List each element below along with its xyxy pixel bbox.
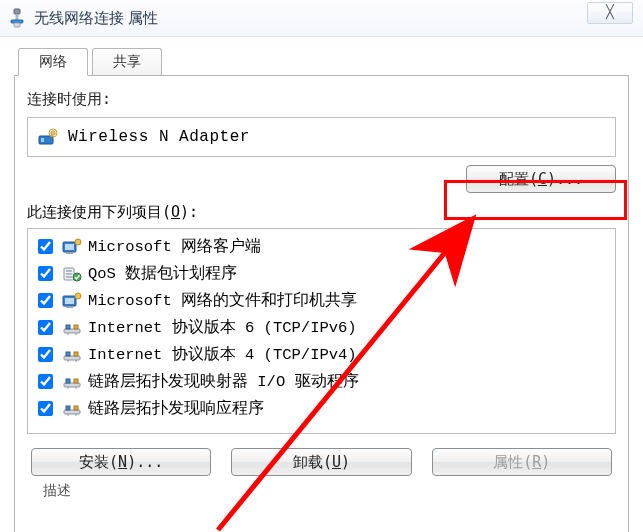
item-label: Internet 协议版本 4 (TCP/IPv4) bbox=[88, 344, 357, 365]
tab-panel: 连接时使用: Wireless N Adapter 配置(C)... 此连接使用… bbox=[14, 75, 629, 532]
adapter-name: Wireless N Adapter bbox=[68, 128, 250, 146]
list-item[interactable]: Microsoft 网络的文件和打印机共享 bbox=[34, 287, 609, 314]
svg-rect-34 bbox=[74, 379, 78, 383]
configure-button-label: 配置(C)... bbox=[499, 170, 583, 188]
proto-icon bbox=[62, 373, 82, 391]
svg-point-21 bbox=[75, 293, 81, 299]
svg-rect-28 bbox=[66, 352, 70, 356]
items-list[interactable]: Microsoft 网络客户端QoS 数据包计划程序Microsoft 网络的文… bbox=[27, 228, 616, 434]
configure-button[interactable]: 配置(C)... bbox=[466, 165, 616, 193]
item-label: Microsoft 网络的文件和打印机共享 bbox=[88, 290, 357, 311]
proto-icon bbox=[62, 319, 82, 337]
adapter-box: Wireless N Adapter bbox=[27, 117, 616, 157]
tabs-row: 网络 共享 bbox=[0, 47, 643, 75]
adapter-icon bbox=[38, 127, 58, 147]
svg-rect-37 bbox=[64, 410, 80, 414]
svg-rect-19 bbox=[65, 298, 74, 304]
item-checkbox[interactable] bbox=[38, 374, 53, 389]
svg-rect-20 bbox=[66, 306, 73, 308]
item-label: 链路层拓扑发现响应程序 bbox=[88, 398, 264, 419]
item-checkbox[interactable] bbox=[38, 347, 53, 362]
svg-rect-11 bbox=[66, 252, 73, 254]
item-checkbox[interactable] bbox=[38, 293, 53, 308]
list-item[interactable]: 链路层拓扑发现响应程序 bbox=[34, 395, 609, 422]
list-item[interactable]: 链路层拓扑发现映射器 I/O 驱动程序 bbox=[34, 368, 609, 395]
window-title: 无线网络连接 属性 bbox=[34, 9, 158, 28]
item-checkbox[interactable] bbox=[38, 266, 53, 281]
svg-rect-39 bbox=[74, 406, 78, 410]
uninstall-button[interactable]: 卸载(U) bbox=[231, 448, 411, 476]
list-item[interactable]: Microsoft 网络客户端 bbox=[34, 233, 609, 260]
item-label: 链路层拓扑发现映射器 I/O 驱动程序 bbox=[88, 371, 359, 392]
svg-rect-3 bbox=[14, 23, 20, 27]
list-item[interactable]: QoS 数据包计划程序 bbox=[34, 260, 609, 287]
properties-button[interactable]: 属性(R) bbox=[432, 448, 612, 476]
client-icon bbox=[62, 292, 82, 310]
svg-rect-5 bbox=[41, 138, 44, 142]
install-button[interactable]: 安装(N)... bbox=[31, 448, 211, 476]
svg-point-17 bbox=[73, 273, 81, 281]
svg-rect-24 bbox=[74, 325, 78, 329]
proto-icon bbox=[62, 346, 82, 364]
connect-using-label: 连接时使用: bbox=[27, 90, 616, 109]
buttons-row: 安装(N)... 卸载(U) 属性(R) bbox=[27, 448, 616, 476]
svg-point-12 bbox=[75, 239, 81, 245]
window-root: 无线网络连接 属性 ╳ 网络 共享 连接时使用: Wireless N Adap… bbox=[0, 0, 643, 532]
svg-rect-0 bbox=[14, 9, 20, 14]
svg-rect-29 bbox=[74, 352, 78, 356]
item-checkbox[interactable] bbox=[38, 239, 53, 254]
configure-row: 配置(C)... bbox=[27, 165, 616, 193]
qos-icon bbox=[62, 265, 82, 283]
client-icon bbox=[62, 238, 82, 256]
list-item[interactable]: Internet 协议版本 6 (TCP/IPv6) bbox=[34, 314, 609, 341]
svg-rect-22 bbox=[64, 329, 80, 333]
item-label: QoS 数据包计划程序 bbox=[88, 263, 237, 284]
item-checkbox[interactable] bbox=[38, 401, 53, 416]
connection-icon bbox=[8, 8, 26, 28]
item-label: Microsoft 网络客户端 bbox=[88, 236, 261, 257]
items-label: 此连接使用下列项目(O): bbox=[27, 203, 616, 222]
close-button[interactable]: ╳ bbox=[587, 2, 633, 24]
item-label: Internet 协议版本 6 (TCP/IPv6) bbox=[88, 317, 357, 338]
svg-rect-33 bbox=[66, 379, 70, 383]
svg-rect-23 bbox=[66, 325, 70, 329]
tab-sharing[interactable]: 共享 bbox=[92, 48, 162, 75]
svg-rect-10 bbox=[65, 244, 74, 250]
svg-rect-27 bbox=[64, 356, 80, 360]
description-label: 描述 bbox=[43, 482, 616, 500]
svg-rect-32 bbox=[64, 383, 80, 387]
svg-point-8 bbox=[52, 132, 54, 134]
list-item[interactable]: Internet 协议版本 4 (TCP/IPv4) bbox=[34, 341, 609, 368]
item-checkbox[interactable] bbox=[38, 320, 53, 335]
proto-icon bbox=[62, 400, 82, 418]
titlebar: 无线网络连接 属性 ╳ bbox=[0, 0, 643, 37]
svg-rect-38 bbox=[66, 406, 70, 410]
tab-network[interactable]: 网络 bbox=[18, 48, 88, 76]
